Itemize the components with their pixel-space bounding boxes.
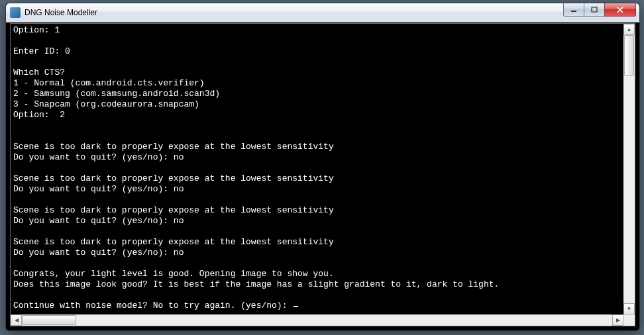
horizontal-scrollbar[interactable]: ◀ ▶ bbox=[11, 314, 623, 326]
maximize-button[interactable] bbox=[584, 3, 605, 17]
window-title: DNG Noise Modeller bbox=[25, 8, 564, 17]
minimize-button[interactable] bbox=[563, 3, 584, 17]
chevron-left-icon: ◀ bbox=[15, 317, 19, 323]
window-controls bbox=[564, 3, 639, 22]
console-output[interactable]: Option: 1 Enter ID: 0 Which CTS? 1 - Nor… bbox=[11, 24, 623, 314]
close-icon bbox=[616, 7, 624, 13]
close-button[interactable] bbox=[604, 3, 636, 17]
scroll-down-button[interactable]: ▼ bbox=[623, 303, 635, 314]
minimize-icon bbox=[570, 7, 577, 13]
horizontal-scroll-track[interactable] bbox=[22, 314, 612, 326]
scroll-left-button[interactable]: ◀ bbox=[11, 314, 22, 326]
titlebar[interactable]: DNG Noise Modeller bbox=[6, 3, 639, 23]
app-window: DNG Noise Modeller Option: 1 Enter ID: 0… bbox=[5, 3, 640, 331]
svg-rect-1 bbox=[592, 7, 597, 12]
vertical-scroll-thumb[interactable] bbox=[624, 35, 634, 76]
app-icon bbox=[10, 7, 21, 18]
vertical-scroll-track[interactable] bbox=[623, 35, 635, 303]
horizontal-scroll-thumb[interactable] bbox=[22, 315, 76, 325]
maximize-icon bbox=[591, 7, 598, 13]
chevron-up-icon: ▲ bbox=[627, 26, 632, 32]
chevron-down-icon: ▼ bbox=[627, 306, 632, 312]
scroll-right-button[interactable]: ▶ bbox=[612, 314, 623, 326]
client-area: Option: 1 Enter ID: 0 Which CTS? 1 - Nor… bbox=[10, 23, 635, 326]
scroll-up-button[interactable]: ▲ bbox=[623, 24, 635, 35]
chevron-right-icon: ▶ bbox=[616, 317, 620, 323]
cursor bbox=[294, 306, 298, 307]
svg-rect-0 bbox=[571, 11, 576, 12]
scroll-corner bbox=[623, 314, 635, 326]
vertical-scrollbar[interactable]: ▲ ▼ bbox=[623, 24, 635, 314]
